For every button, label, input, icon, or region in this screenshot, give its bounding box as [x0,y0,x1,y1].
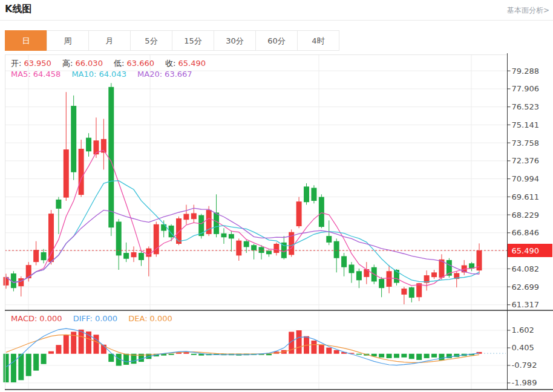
candle[interactable] [304,183,309,204]
candle[interactable] [416,283,422,301]
macd-bar [319,345,324,354]
candle[interactable] [289,229,294,256]
y-axis-label: 64.082 [512,264,540,273]
candle[interactable] [477,243,482,274]
candle[interactable] [131,246,137,262]
macd-bars[interactable] [4,330,482,382]
macd-bar [394,354,399,358]
macd-bar [11,354,16,382]
candle[interactable] [146,246,151,276]
macd-bar [439,354,444,361]
ma10-label: MA10: [71,70,96,79]
y-axis-label: -1.989 [512,378,537,387]
tab-月[interactable]: 月 [88,30,131,51]
macd-bar [56,345,61,354]
candle[interactable] [424,270,430,290]
tab-60分[interactable]: 60分 [255,30,298,51]
candle[interactable] [281,236,287,260]
close-label: 收: [165,59,175,68]
ma10-line [6,181,479,283]
candle[interactable] [469,262,474,271]
tab-15分[interactable]: 15分 [172,30,214,51]
candle[interactable] [198,214,204,239]
tab-30分[interactable]: 30分 [214,30,256,51]
candle[interactable] [454,271,459,287]
candle[interactable] [379,277,384,297]
candle[interactable] [191,204,197,223]
fundamental-analysis-link[interactable]: 基本面分析> [507,5,549,16]
candle[interactable] [431,270,437,279]
candle[interactable] [439,254,444,279]
candle[interactable] [296,197,302,229]
svg-text:65.490: 65.490 [512,246,540,255]
candle[interactable] [71,96,76,180]
candle[interactable] [56,197,61,234]
candles-layer[interactable] [4,83,482,304]
macd-bar [169,354,174,355]
diff-label: DIFF: [73,314,93,323]
candle[interactable] [41,249,47,264]
candle[interactable] [356,269,362,288]
macd-value: 0.000 [39,314,62,323]
macd-bar [416,354,422,360]
candle[interactable] [183,204,189,224]
header-divider [0,20,553,21]
macd-label: MACD: [11,314,37,323]
candle[interactable] [462,260,467,275]
y-axis-label: 70.994 [512,174,540,183]
macd-bar [79,330,84,354]
macd-bar [311,341,316,354]
candle[interactable] [214,194,219,237]
candle[interactable] [387,266,392,293]
candle[interactable] [401,287,407,304]
macd-bar [48,351,54,354]
candle[interactable] [348,262,354,283]
y-axis-label: 66.846 [512,228,540,237]
macd-bar [387,354,392,358]
candle[interactable] [79,140,84,197]
macd-bar [123,354,129,365]
candle[interactable] [311,185,316,203]
candle[interactable] [139,250,144,266]
candle[interactable] [123,243,129,262]
macd-legend: MACD:0.000 DIFF:0.000 DEA:0.000 [11,314,175,323]
candle[interactable] [236,238,241,261]
candle[interactable] [86,133,91,157]
candle[interactable] [18,276,24,296]
macd-bar [41,354,47,364]
candle[interactable] [273,243,279,256]
macd-bar [18,354,24,381]
candle[interactable] [161,220,166,237]
candle[interactable] [116,219,122,270]
ma20-value: 63.667 [165,70,192,79]
candle[interactable] [33,241,39,266]
candle[interactable] [101,119,106,169]
y-axis-labels: 79.28877.90676.52375.14173.75872.37670.9… [508,67,540,388]
macd-bar [191,354,197,355]
candle[interactable] [4,274,9,289]
candle[interactable] [251,244,257,260]
candle[interactable] [341,253,347,276]
macd-bar [93,335,99,353]
candle[interactable] [259,245,264,260]
candle[interactable] [334,238,339,272]
candle[interactable] [221,228,226,244]
current-price-tag: 65.490 [508,244,552,257]
ma10-value: 64.043 [99,70,126,79]
tab-5分[interactable]: 5分 [130,30,172,51]
y-axis-label: 79.288 [512,67,540,76]
open-value: 63.950 [24,59,51,68]
ma5-line [6,151,479,286]
tab-日[interactable]: 日 [5,30,47,51]
tab-4时[interactable]: 4时 [297,30,339,51]
candle[interactable] [108,83,114,236]
candle[interactable] [64,92,69,201]
candle[interactable] [319,194,324,228]
tab-周[interactable]: 周 [47,30,89,51]
candle[interactable] [364,262,369,284]
candle[interactable] [154,221,159,256]
candle[interactable] [229,231,234,252]
page-title: K线图 [5,3,31,16]
candle[interactable] [409,287,414,302]
candle[interactable] [26,262,31,281]
